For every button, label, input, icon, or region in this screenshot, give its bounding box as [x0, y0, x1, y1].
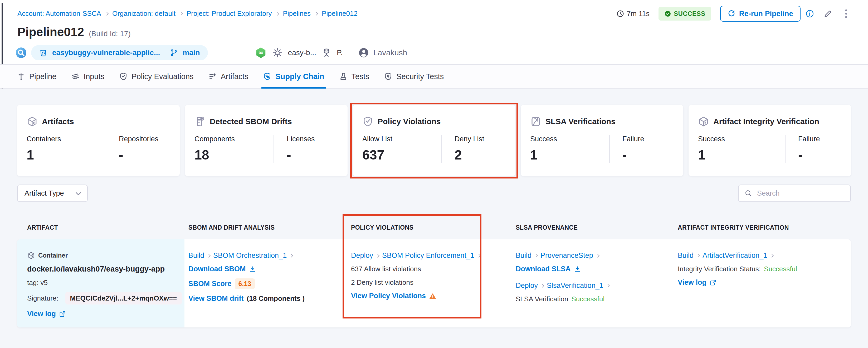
edit-pipeline-button[interactable] [823, 9, 833, 19]
search-input[interactable] [756, 189, 851, 198]
pill-divider [165, 49, 165, 57]
step-link[interactable]: ProvenanceStep [540, 252, 593, 260]
artifact-image-name: docker.io/lavakush07/easy-buggy-app [27, 265, 165, 273]
stage-link[interactable]: Build [188, 252, 204, 260]
stat-value: 2 [455, 147, 516, 163]
view-log-link[interactable]: View log [678, 279, 707, 287]
tab-label: Tests [351, 72, 369, 81]
tab-label: Policy Evaluations [131, 72, 193, 81]
repository-chip[interactable]: easybuggy-vulnerable-applic... main [31, 45, 208, 60]
stat-label: Failure [622, 135, 683, 143]
stat-label: Repositories [119, 135, 180, 143]
step-link[interactable]: SBOM Policy Enforcement_1 [382, 252, 474, 260]
rerun-pipeline-button[interactable]: Re-run Pipeline [720, 6, 801, 22]
chevron-right-icon [289, 254, 293, 257]
duration-text: 7m 11s [627, 10, 650, 18]
execution-info-button[interactable] [805, 9, 814, 18]
chevron-right-icon [207, 254, 211, 257]
stat-repositories: Repositories - [106, 135, 180, 163]
view-sbom-drift-link[interactable]: View SBOM drift [188, 294, 244, 303]
breadcrumb-pipelines[interactable]: Pipelines [283, 9, 311, 18]
stat-value: 1 [530, 147, 609, 163]
stat-value: 637 [362, 147, 441, 163]
stat-label: Containers [27, 135, 106, 143]
repository-name[interactable]: easybuggy-vulnerable-applic... [52, 49, 160, 57]
step-link[interactable]: ArtifactVerification_1 [703, 252, 767, 260]
stage-link[interactable]: Build [516, 252, 531, 260]
artifact-type-dropdown[interactable]: Artifact Type [17, 184, 88, 202]
tab-pipeline[interactable]: Pipeline [17, 65, 56, 88]
execution-meta-row: easybuggy-vulnerable-applic... main ∞ ea… [15, 44, 407, 62]
stat-label: Licenses [287, 135, 347, 143]
chevron-right-icon [376, 254, 379, 257]
breadcrumb-project[interactable]: Project: Product Exploratory [187, 9, 272, 18]
flask-icon [339, 72, 347, 81]
tab-tests[interactable]: Tests [339, 65, 369, 88]
stat-label: Failure [798, 135, 851, 143]
artifact-type-label: Artifact Type [25, 189, 64, 198]
stat-value: - [119, 147, 180, 163]
stage-link[interactable]: Deploy [351, 252, 373, 260]
stat-label: Success [698, 135, 785, 143]
step-link[interactable]: SlsaVerification_1 [547, 282, 603, 290]
column-header-policy-violations: POLICY VIOLATIONS [347, 224, 513, 231]
tab-label: Inputs [84, 72, 104, 81]
more-options-menu[interactable] [842, 8, 850, 19]
view-log-link[interactable]: View log [27, 310, 56, 318]
sbom-score-link[interactable]: SBOM Score [188, 280, 231, 288]
stat-slsa-failure: Failure - [609, 135, 683, 163]
execution-tabs: Pipeline Inputs Policy Evaluations Artif… [0, 64, 868, 89]
stat-value: - [798, 147, 851, 163]
slsa-verification-label: SLSA Verification [516, 295, 568, 303]
execution-actions: 7m 11s SUCCESS Re-run Pipeline [616, 5, 850, 22]
meta-divider [351, 42, 351, 63]
git-branch-icon [170, 49, 178, 57]
codebase-icon [15, 47, 27, 59]
download-icon[interactable] [249, 265, 256, 273]
supply-chain-shield-icon [263, 72, 271, 81]
list-add-icon [209, 72, 217, 81]
stat-value: 18 [194, 147, 274, 163]
trigger-abbrev: P. [337, 49, 343, 57]
download-icon[interactable] [574, 265, 581, 273]
tab-inputs[interactable]: Inputs [71, 65, 104, 88]
tab-label: Pipeline [29, 72, 56, 81]
tab-policy-evaluations[interactable]: Policy Evaluations [119, 65, 193, 88]
stat-value: - [622, 147, 683, 163]
breadcrumb-account[interactable]: Account: Automation-SSCA [18, 9, 101, 18]
tab-artifacts[interactable]: Artifacts [209, 65, 248, 88]
chevron-right-icon [276, 11, 279, 15]
chevron-right-icon [770, 254, 774, 257]
shield-check-icon [119, 72, 128, 81]
stat-value: 1 [698, 147, 785, 163]
breadcrumb: Account: Automation-SSCA Organization: d… [18, 9, 358, 18]
page-title: Pipeline012 [18, 25, 84, 39]
view-policy-violations-link[interactable]: View Policy Violations [351, 292, 426, 300]
step-link[interactable]: SBOM Orchestration_1 [213, 252, 287, 260]
chevron-right-icon [105, 11, 108, 15]
deny-list-violations: 2 Deny list violations [351, 279, 413, 287]
chevron-right-icon [314, 11, 318, 15]
warning-icon [429, 292, 436, 300]
stat-label: Deny List [455, 135, 516, 143]
column-header-integrity: ARTIFACT INTEGRITY VERIFICATION [675, 224, 851, 231]
stage-link[interactable]: Deploy [516, 282, 538, 290]
stage-link[interactable]: Build [678, 252, 693, 260]
tab-security-tests[interactable]: Security Tests [384, 65, 444, 88]
breadcrumb-organization[interactable]: Organization: default [112, 9, 176, 18]
external-link-icon[interactable] [59, 311, 66, 317]
chevron-right-icon [540, 284, 544, 287]
column-header-sbom: SBOM AND DRIFT ANALYSIS [184, 224, 347, 231]
tab-supply-chain[interactable]: Supply Chain [263, 65, 324, 88]
chevron-right-icon [534, 254, 538, 257]
slsa-verification-status: Successful [571, 295, 604, 303]
status-text: SUCCESS [674, 10, 705, 18]
stat-slsa-success: Success 1 [530, 135, 609, 163]
stat-integrity-failure: Failure - [785, 135, 851, 163]
cell-artifact: Container docker.io/lavakush07/easy-bugg… [17, 239, 184, 327]
breadcrumb-current-pipeline[interactable]: Pipeline012 [322, 9, 358, 18]
branch-name[interactable]: main [183, 49, 200, 57]
external-link-icon[interactable] [710, 279, 716, 286]
download-slsa-link[interactable]: Download SLSA [516, 265, 571, 273]
download-sbom-link[interactable]: Download SBOM [188, 265, 246, 273]
